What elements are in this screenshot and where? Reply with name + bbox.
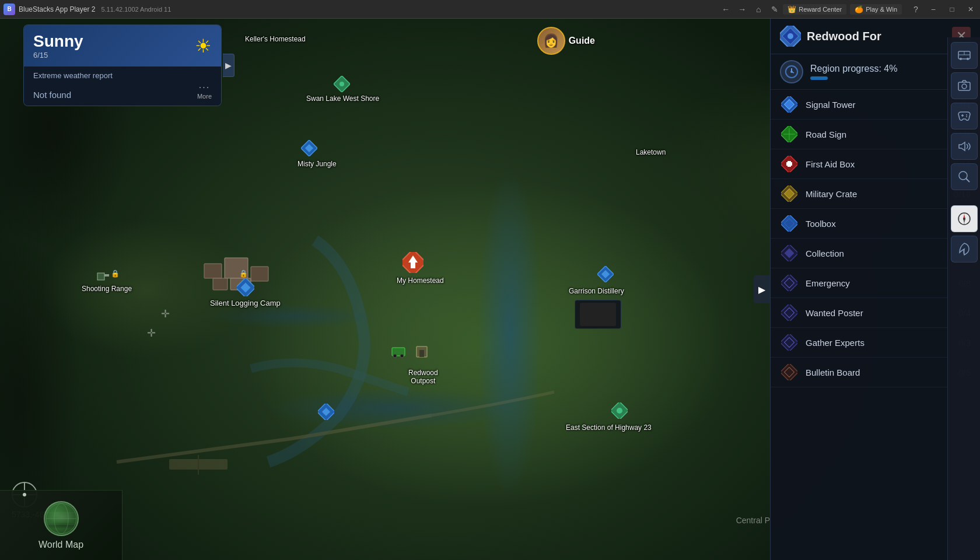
restore-btn[interactable]: □ xyxy=(943,0,961,19)
bulletin-board-icon xyxy=(780,363,799,382)
titlebar: B BlueStacks App Player 2 5.11.42.1002 A… xyxy=(0,0,980,19)
svg-rect-54 xyxy=(781,275,797,291)
guide-avatar: 👩 xyxy=(537,27,565,55)
collection-icon xyxy=(780,244,799,262)
svg-point-79 xyxy=(963,218,965,220)
svg-rect-58 xyxy=(781,334,797,351)
svg-point-63 xyxy=(960,58,962,60)
weather-status: Not found xyxy=(33,90,71,100)
first-aid-icon xyxy=(780,155,799,173)
emergency-name: Emergency xyxy=(806,278,958,288)
weather-more-btn[interactable]: ··· More xyxy=(197,82,212,100)
weather-condition: Sunny xyxy=(33,32,83,51)
help-btn[interactable]: ? xyxy=(908,1,924,18)
wanted-poster-name: Wanted Poster xyxy=(806,308,958,318)
world-map-globe xyxy=(44,501,79,536)
weather-report-label: Extreme weather report xyxy=(33,71,212,80)
toolbar-camera-btn[interactable] xyxy=(951,72,978,99)
scroll-indicator[interactable]: ▶ xyxy=(754,275,770,303)
app-icon: B xyxy=(4,4,15,15)
weather-bottom: Extreme weather report Not found ··· Mor… xyxy=(24,66,221,106)
game-area: Swan Lake West Shore Misty Jungle Shooti… xyxy=(0,19,980,560)
emergency-icon xyxy=(780,274,799,292)
nav-back-btn[interactable]: ← xyxy=(718,1,734,18)
world-map-label: World Map xyxy=(38,540,83,550)
central-p-label: Central P xyxy=(736,516,770,525)
toolbar-speaker-btn[interactable] xyxy=(951,133,978,160)
bulletin-board-name: Bulletin Board xyxy=(806,368,958,377)
svg-line-75 xyxy=(966,178,970,182)
coords-dot xyxy=(23,493,26,496)
toolbar-gamepad-btn[interactable] xyxy=(951,103,978,130)
region-icon xyxy=(780,26,801,47)
region-progress-text: Region progress: 4% xyxy=(810,64,897,74)
toolbar-leaf-btn[interactable] xyxy=(951,236,978,262)
window-controls: – □ ✕ xyxy=(924,0,980,19)
svg-point-64 xyxy=(967,58,969,60)
svg-rect-67 xyxy=(958,82,970,90)
svg-point-71 xyxy=(966,114,967,116)
garrison-overlay xyxy=(575,300,621,329)
military-crate-name: Military Crate xyxy=(806,189,954,199)
weather-more-label: More xyxy=(197,93,212,100)
svg-point-34 xyxy=(788,33,793,39)
collection-name: Collection xyxy=(806,249,958,258)
svg-point-68 xyxy=(962,84,967,89)
svg-point-74 xyxy=(959,172,967,180)
svg-marker-73 xyxy=(959,142,965,150)
toolbar-search-btn[interactable] xyxy=(951,163,978,190)
minimize-btn[interactable]: – xyxy=(924,0,943,19)
military-crate-icon xyxy=(780,184,799,203)
world-map-btn[interactable]: World Map xyxy=(0,490,123,560)
panel-title: Redwood For xyxy=(807,30,952,43)
guide-label: Guide xyxy=(569,36,595,46)
app-title: BlueStacks App Player 2 5.11.42.1002 And… xyxy=(19,5,718,13)
weather-panel: Sunny 6/15 ☀ Extreme weather report Not … xyxy=(23,24,222,106)
lock-icon-shooting: 🔒 xyxy=(111,270,120,278)
svg-point-38 xyxy=(790,71,793,73)
road-sign-icon xyxy=(780,125,799,144)
region-progress-icon xyxy=(780,60,803,83)
signal-tower-name: Signal Tower xyxy=(806,100,958,110)
nav-bookmark-btn[interactable]: ✎ xyxy=(766,1,783,18)
weather-sun-icon: ☀ xyxy=(195,35,212,57)
lock-icon-logging: 🔒 xyxy=(239,270,248,278)
svg-point-72 xyxy=(966,116,967,117)
right-toolbar xyxy=(947,37,980,560)
guide-btn[interactable]: 👩 Guide xyxy=(537,27,595,55)
svg-rect-60 xyxy=(781,364,797,380)
reward-center-btn[interactable]: 👑 Reward Center xyxy=(783,4,846,15)
crosshair-icon-2: ✛ xyxy=(147,327,156,340)
crosshair-icon-1: ✛ xyxy=(161,307,170,320)
svg-rect-56 xyxy=(781,304,797,321)
toolbar-compass-btn[interactable] xyxy=(951,205,978,232)
signal-tower-icon xyxy=(780,95,799,114)
toolbar-bus-btn[interactable] xyxy=(951,42,978,69)
first-aid-name: First Aid Box xyxy=(806,159,954,169)
collapse-panel-btn[interactable]: ▶ xyxy=(223,54,235,77)
toolbox-name: Toolbox xyxy=(806,219,954,229)
nav-home-btn[interactable]: ⌂ xyxy=(750,1,766,18)
gather-experts-icon xyxy=(780,333,799,352)
nav-forward-btn[interactable]: → xyxy=(734,1,750,18)
play-win-icon: 🍊 xyxy=(855,5,863,13)
svg-rect-47 xyxy=(786,162,792,166)
wanted-poster-icon xyxy=(780,303,799,322)
reward-icon: 👑 xyxy=(788,5,796,13)
weather-dots: ··· xyxy=(199,82,210,93)
close-btn[interactable]: ✕ xyxy=(961,0,980,19)
weather-top: Sunny 6/15 ☀ xyxy=(24,25,221,66)
weather-date: 6/15 xyxy=(33,51,83,60)
play-win-btn[interactable]: 🍊 Play & Win xyxy=(850,4,902,15)
toolbox-icon xyxy=(780,214,799,233)
road-sign-name: Road Sign xyxy=(806,130,958,139)
gather-experts-name: Gather Experts xyxy=(806,338,958,348)
region-progress-bar xyxy=(810,76,828,80)
